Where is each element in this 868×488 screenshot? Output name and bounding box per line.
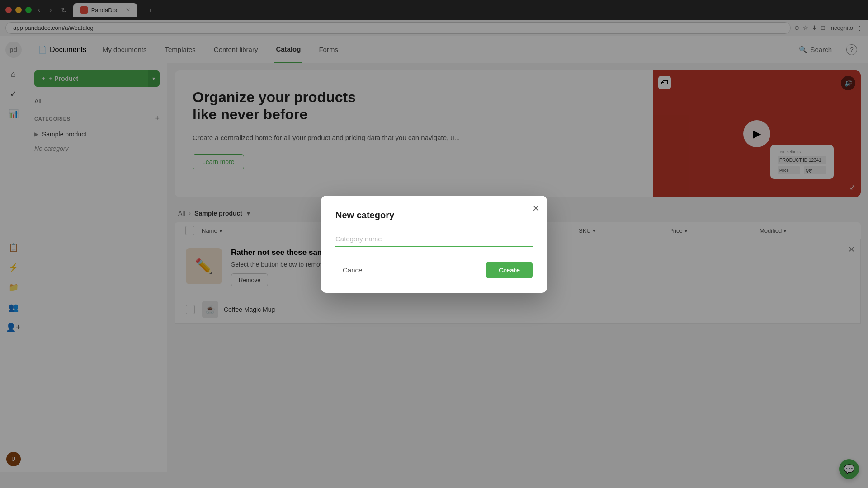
create-button[interactable]: Create xyxy=(486,262,533,278)
cancel-button[interactable]: Cancel xyxy=(335,263,371,277)
modal-actions: Cancel Create xyxy=(335,262,533,278)
new-category-modal: New category ✕ Cancel Create xyxy=(321,196,547,293)
category-name-input[interactable] xyxy=(335,231,533,247)
modal-overlay[interactable]: New category ✕ Cancel Create xyxy=(0,0,868,488)
modal-close-button[interactable]: ✕ xyxy=(532,203,540,214)
modal-title: New category xyxy=(335,210,533,221)
